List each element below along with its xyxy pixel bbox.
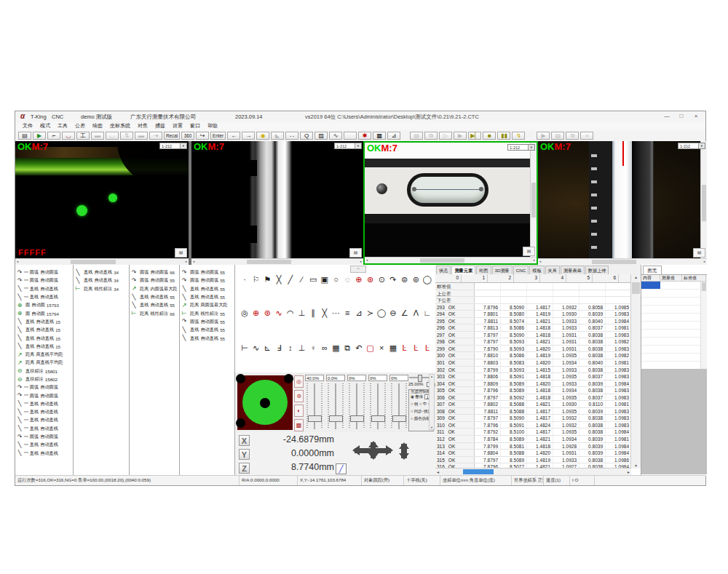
list-item[interactable]: ↷圆弧自动圆弧55 [180,268,234,276]
table-tab[interactable]: 数据上传 [585,266,609,274]
list-item[interactable]: ╲直线自动直线15 [15,343,73,351]
list-item[interactable]: ╲***直线自动直线 [15,408,73,416]
list-item[interactable]: ↷圆弧自动圆弧55 [180,276,234,284]
dash-button[interactable]: - - [285,132,298,140]
camera-view-1[interactable]: OKM:7 FFFFF 1-212▾ ▤ ◄► [15,141,189,265]
list-item[interactable]: ╲***直线自动直线 [15,425,73,433]
palette-tool-icon[interactable]: ⚐ [251,275,261,284]
list-item[interactable]: ⊢距离线性标注55 [180,309,234,317]
slider-track[interactable] [370,383,386,429]
table-row[interactable]: 293OK 7.8796 8.5090 1.4817 1.0932 0.8058… [435,304,631,311]
list-item[interactable]: ↷圆弧自动圆弧66 [130,268,179,276]
list-item[interactable]: ↗距离内圆弧最大距 [130,285,179,293]
open-button[interactable]: ▶ [33,132,46,140]
slider-thumb[interactable] [371,415,385,422]
list-item[interactable]: ↷***圆弧自动圆弧 [15,391,73,399]
line-tool-button[interactable]: ⌐ [47,132,60,140]
table-row[interactable]: 299OK 7.8790 8.5093 1.4820 1.0931 0.8038… [435,346,631,353]
chevron-down-icon[interactable]: ▾ [528,145,534,150]
palette-tool-icon[interactable]: · [240,275,250,284]
light-mode-icon[interactable]: ◎ [294,375,304,388]
table-row[interactable]: 311OK 7.8792 8.5100 1.4817 1.0935 0.8038… [435,428,631,436]
list-item[interactable]: ╲直线自动直线15 [15,318,73,326]
diagonal-move-button[interactable]: ╱ [336,463,347,474]
palette-tool-icon[interactable]: ╱ [285,275,296,284]
table-row[interactable]: 306OK 7.8797 8.5092 1.4818 1.0935 0.8037… [435,394,631,402]
z-move-arrow[interactable] [401,444,407,458]
list-item[interactable]: ╲直线自动直线55 [180,293,234,301]
scroll-thumb[interactable] [71,260,116,264]
scroll-up-icon[interactable]: ▲ [430,375,433,378]
scroll-thumb[interactable] [420,258,464,263]
table-column-header[interactable]: 2 [488,274,514,282]
camera1-hscrollbar[interactable]: ◄► [15,258,189,265]
table-tab[interactable]: 3D测量 [492,266,513,274]
palette-tool-icon[interactable]: ∿ [251,343,261,353]
table-column-header[interactable]: 4 [540,274,566,282]
table-column-header[interactable]: 3 [514,274,540,282]
light-mode-icon[interactable]: ▩ [294,419,304,431]
table-row[interactable]: 标准值 [435,283,631,290]
minimize-button[interactable]: — [662,113,672,119]
play2-disabled-button[interactable]: ▶ [537,132,550,140]
copy2-button[interactable]: ⧉ [566,132,579,140]
light-panel-scrollbar[interactable]: ▲▼ [429,374,435,430]
save3-button[interactable]: ▤ [551,132,564,140]
palette-tool-icon[interactable]: ⊕ [251,308,261,318]
list-item[interactable]: ↷***圆弧自动圆弧 [15,383,73,391]
camera4-vscrollbar[interactable] [700,141,707,259]
table-tab[interactable]: 状态 [436,266,451,274]
table-row[interactable]: 314OK 7.8804 8.5088 1.4820 1.0931 0.8039… [435,450,631,457]
menu-item[interactable]: 坐标系统 [106,122,134,130]
list-item[interactable]: ╲直线自动直线55 [130,301,179,309]
selected-cell[interactable] [641,282,660,289]
list-item[interactable]: ╲直线自动直线15 [15,326,73,334]
chart-button[interactable]: ⊿ [387,132,400,140]
slider-track[interactable] [328,383,344,429]
light-mode-icon[interactable]: ◐ [294,404,304,417]
element-row[interactable] [641,290,701,298]
list-item[interactable]: ⊕圆自动圆15794 [15,309,73,317]
palette-tool-icon[interactable]: ≡ [342,308,352,318]
table-row[interactable]: 313OK 7.8799 8.5081 1.4818 1.0928 0.8039… [435,443,631,450]
laser-button[interactable]: ✱ [358,132,371,140]
scroll-thumb[interactable] [247,260,291,264]
arrow-tool-button[interactable]: ↪ [196,132,209,140]
camera3-range-dropdown[interactable]: 1-212▾ [507,144,535,151]
scroll-left-icon[interactable]: ◄ [365,258,368,263]
camera3-hscrollbar[interactable]: ◄► [365,257,537,263]
list-item[interactable]: ╲***直线自动直线 [15,416,73,424]
table-column-header[interactable]: 6 [593,274,619,282]
element-row[interactable] [641,346,701,354]
slider-thumb[interactable] [329,415,343,422]
camera2-resize-icon[interactable]: ▤ [349,248,362,258]
save-button[interactable]: ▤ [18,132,31,140]
scroll-down-icon[interactable]: ▼ [631,463,641,468]
table-row[interactable]: 315OK 7.8797 8.5089 1.4819 1.0933 0.8038… [435,457,631,464]
table-row[interactable]: 298OK 7.8797 8.5093 1.4821 1.0931 0.8038… [435,338,631,346]
y-move-arrow[interactable] [371,442,376,458]
camera3-vscrollbar[interactable] [530,143,537,258]
scroll-up-icon[interactable]: ▲ [631,275,641,279]
palette-header-buttons[interactable]: ▫▫ [350,266,366,273]
palette-tool-icon[interactable]: ⊚ [411,275,421,284]
palette-tool-icon[interactable]: ▣ [320,275,330,284]
list-item[interactable]: ⊕圆自动圆15793 [15,301,73,309]
palette-tool-icon[interactable]: ∞ [320,343,330,353]
light-mode-icon[interactable]: ⊚ [294,390,304,402]
light-slider[interactable]: 0.0% [326,375,345,431]
delete-button[interactable]: × [580,132,593,140]
element-row[interactable] [641,330,701,338]
scroll-thumb[interactable] [632,282,640,294]
palette-tool-icon[interactable]: ○ [331,275,341,284]
list-item[interactable]: ╲***直线自动直线 [15,293,73,301]
maximize-button[interactable]: □ [676,113,687,119]
palette-tool-icon[interactable]: ⊜ [400,275,410,284]
list-item[interactable]: ╲直线自动直线55 [180,334,234,342]
scroll-right-icon[interactable]: ► [360,260,363,264]
prev-button[interactable]: ← [227,132,240,140]
disabled-tool-button[interactable]: ▬ [135,132,148,140]
table-row[interactable]: 301OK 7.8803 8.5083 1.4820 1.0934 0.8040… [435,359,631,367]
slider-thumb[interactable] [350,415,364,422]
list-item[interactable]: ⊖直径标注15802 [15,375,73,383]
